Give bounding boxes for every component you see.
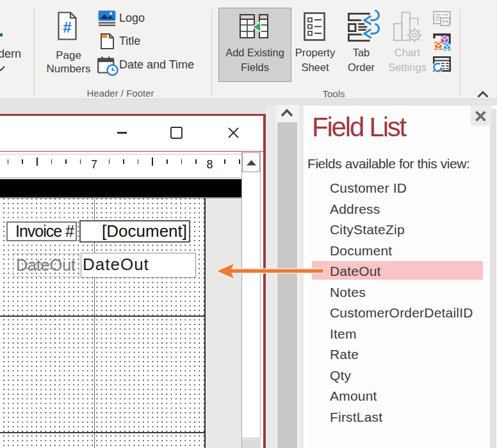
svg-text:#: #: [63, 19, 71, 36]
